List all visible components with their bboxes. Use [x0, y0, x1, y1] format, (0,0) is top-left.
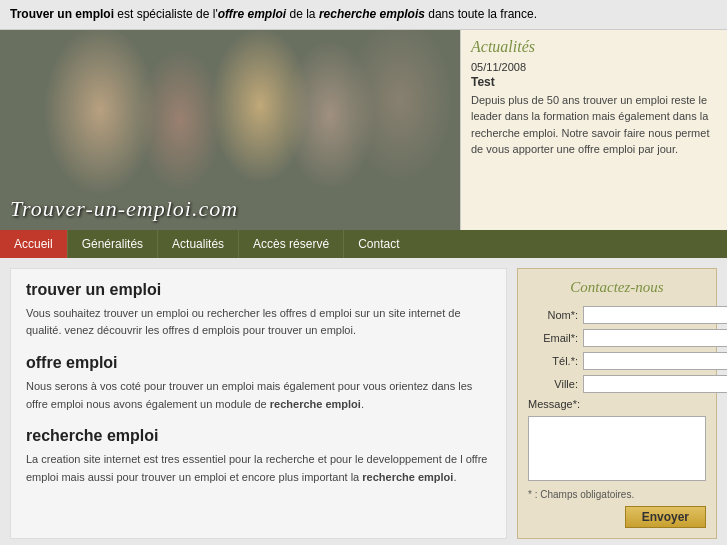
top-section: Trouver-un-emploi.com Actualités 05/11/2… [0, 30, 727, 230]
input-email[interactable] [583, 329, 727, 347]
form-submit-row: Envoyer [528, 506, 706, 528]
form-row-ville: Ville: [528, 375, 706, 393]
section3-bold: recherche emploi [362, 471, 453, 483]
content-section-2: offre emploi Nous serons à vos coté pour… [26, 354, 491, 413]
section3-text: La creation site internet est tres essen… [26, 451, 491, 486]
form-row-tel: Tél.*: [528, 352, 706, 370]
label-message: Message*: [528, 398, 706, 410]
section3-heading: recherche emploi [26, 427, 491, 445]
content-section-3: recherche emploi La creation site intern… [26, 427, 491, 486]
actualites-test-label: Test [471, 75, 717, 89]
form-message-group: Message*: [528, 398, 706, 484]
hero-title: Trouver-un-emploi.com [10, 196, 238, 221]
content-area: trouver un emploi Vous souhaitez trouver… [10, 268, 507, 539]
section2-heading: offre emploi [26, 354, 491, 372]
navigation: Accueil Généralités Actualités Accès rés… [0, 230, 727, 258]
header-recherche: recherche emplois [319, 7, 425, 21]
section2-text-after: . [361, 398, 364, 410]
section1-text: Vous souhaitez trouver un emploi ou rech… [26, 305, 491, 340]
content-section-1: trouver un emploi Vous souhaitez trouver… [26, 281, 491, 340]
section2-bold: recherche emploi [270, 398, 361, 410]
main-section: trouver un emploi Vous souhaitez trouver… [0, 258, 727, 545]
label-email: Email*: [528, 332, 583, 344]
input-ville[interactable] [583, 375, 727, 393]
header-text1: est spécialiste de l' [114, 7, 218, 21]
form-row-email: Email*: [528, 329, 706, 347]
input-message[interactable] [528, 416, 706, 481]
header-text2: de la [286, 7, 319, 21]
form-row-nom: Nom*: [528, 306, 706, 324]
contact-title: Contactez-nous [528, 279, 706, 296]
submit-button[interactable]: Envoyer [625, 506, 706, 528]
header-bar: Trouver un emploi est spécialiste de l'o… [0, 0, 727, 30]
section1-heading: trouver un emploi [26, 281, 491, 299]
nav-item-acces-reserve[interactable]: Accès réservé [239, 230, 344, 258]
nav-item-actualites[interactable]: Actualités [158, 230, 239, 258]
form-note: * : Champs obligatoires. [528, 489, 706, 500]
actualites-date: 05/11/2008 [471, 61, 717, 73]
label-ville: Ville: [528, 378, 583, 390]
section3-text-after: . [453, 471, 456, 483]
input-tel[interactable] [583, 352, 727, 370]
header-text3: dans toute la france. [425, 7, 537, 21]
nav-item-generalites[interactable]: Généralités [68, 230, 158, 258]
header-brand: Trouver un emploi [10, 7, 114, 21]
label-nom: Nom*: [528, 309, 583, 321]
input-nom[interactable] [583, 306, 727, 324]
actualites-title: Actualités [471, 38, 717, 56]
section2-text: Nous serons à vos coté pour trouver un e… [26, 378, 491, 413]
hero-image: Trouver-un-emploi.com [0, 30, 460, 230]
header-offre: offre emploi [218, 7, 286, 21]
nav-item-accueil[interactable]: Accueil [0, 230, 68, 258]
label-tel: Tél.*: [528, 355, 583, 367]
section2-text-before: Nous serons à vos coté pour trouver un e… [26, 380, 472, 410]
actualites-text: Depuis plus de 50 ans trouver un emploi … [471, 92, 717, 158]
nav-item-contact[interactable]: Contact [344, 230, 413, 258]
hero-overlay: Trouver-un-emploi.com [10, 196, 238, 222]
contact-sidebar: Contactez-nous Nom*: Email*: Tél.*: Vill… [517, 268, 717, 539]
actualites-sidebar: Actualités 05/11/2008 Test Depuis plus d… [460, 30, 727, 230]
